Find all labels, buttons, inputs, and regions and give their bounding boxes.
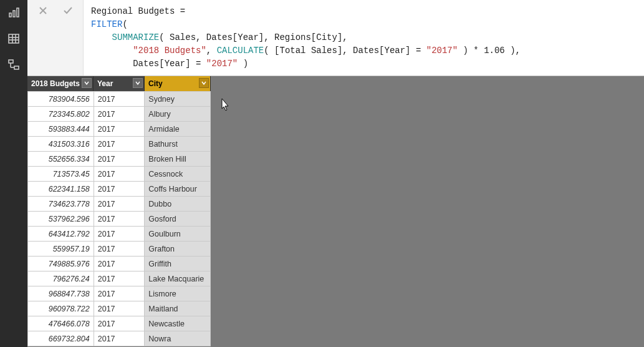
cell-year[interactable]: 2017 — [94, 107, 145, 122]
col-header-budget[interactable]: 2018 Budgets — [27, 76, 94, 91]
table-row[interactable]: 431503.3162017Bathurst — [28, 137, 211, 152]
cell-budget[interactable]: 552656.334 — [28, 152, 94, 167]
table-row[interactable]: 968847.7382017Lismore — [28, 286, 211, 301]
dax-l3-indent — [91, 32, 112, 42]
table-row[interactable]: 960978.7222017Maitland — [28, 301, 211, 316]
cell-city[interactable]: Gosford — [145, 212, 211, 227]
table-row[interactable]: 723345.8022017Albury — [28, 107, 211, 122]
cell-year[interactable]: 2017 — [94, 167, 145, 182]
cell-city[interactable]: Bathurst — [145, 137, 211, 152]
dax-l5-tail: ) — [238, 59, 248, 69]
data-grid-area: 2018 Budgets Year City — [27, 76, 644, 347]
dax-editor[interactable]: Regional Budgets = FILTER( SUMMARIZE( Sa… — [84, 0, 644, 76]
table-row[interactable]: 713573.452017Cessnock — [28, 167, 211, 182]
cell-budget[interactable]: 783904.556 — [28, 92, 94, 107]
cell-city[interactable]: Dubbo — [145, 197, 211, 212]
cell-city[interactable]: Armidale — [145, 122, 211, 137]
cell-budget[interactable]: 749885.976 — [28, 257, 94, 271]
cell-budget[interactable]: 968847.738 — [28, 286, 94, 301]
cell-city[interactable]: Nowra — [145, 331, 211, 346]
cell-city[interactable]: Maitland — [145, 301, 211, 316]
col-header-budget-label: 2018 Budgets — [31, 79, 80, 88]
col-header-city-label: City — [148, 79, 163, 88]
cell-city[interactable]: Cessnock — [145, 167, 211, 182]
dax-l4-str2: "2017" — [426, 46, 458, 56]
cell-year[interactable]: 2017 — [94, 271, 145, 286]
report-icon[interactable] — [5, 4, 22, 21]
cell-year[interactable]: 2017 — [94, 92, 145, 107]
svg-rect-9 — [14, 66, 19, 69]
cell-budget[interactable]: 734623.778 — [28, 197, 94, 212]
cell-year[interactable]: 2017 — [94, 212, 145, 227]
col-header-city[interactable]: City — [145, 76, 211, 91]
cell-city[interactable]: Lake Macquarie — [145, 271, 211, 286]
filter-dropdown-icon[interactable] — [199, 78, 209, 88]
dax-l5-pre: Dates[Year] = — [133, 59, 206, 69]
cell-budget[interactable]: 713573.45 — [28, 167, 94, 182]
table-row[interactable]: 749885.9762017Griffith — [28, 257, 211, 271]
cell-year[interactable]: 2017 — [94, 152, 145, 167]
svg-rect-2 — [17, 8, 19, 17]
dax-filter-kw: FILTER — [91, 19, 122, 29]
filter-dropdown-icon[interactable] — [133, 78, 143, 88]
cell-year[interactable]: 2017 — [94, 227, 145, 242]
cell-city[interactable]: Newcastle — [145, 316, 211, 331]
table-row[interactable]: 643412.7922017Goulburn — [28, 227, 211, 242]
col-header-year-label: Year — [97, 79, 113, 88]
cell-budget[interactable]: 723345.802 — [28, 107, 94, 122]
cell-budget[interactable]: 593883.444 — [28, 122, 94, 137]
cell-year[interactable]: 2017 — [94, 197, 145, 212]
data-icon[interactable] — [5, 30, 22, 47]
formula-controls — [27, 0, 84, 76]
cell-year[interactable]: 2017 — [94, 122, 145, 137]
cell-budget[interactable]: 643412.792 — [28, 227, 94, 242]
cell-year[interactable]: 2017 — [94, 182, 145, 197]
model-icon[interactable] — [5, 56, 22, 74]
cell-year[interactable]: 2017 — [94, 316, 145, 331]
dax-l4-tail: ) * 1.06 ), — [458, 46, 521, 56]
cell-city[interactable]: Sydney — [145, 92, 211, 107]
dax-eq: = — [175, 6, 185, 16]
cell-city[interactable]: Goulburn — [145, 227, 211, 242]
cell-year[interactable]: 2017 — [94, 331, 145, 346]
cell-city[interactable]: Griffith — [145, 257, 211, 271]
dax-summarize-kw: SUMMARIZE — [112, 32, 160, 42]
table-row[interactable]: 476466.0782017Newcastle — [28, 316, 211, 331]
svg-rect-0 — [9, 13, 11, 17]
cell-city[interactable]: Grafton — [145, 242, 211, 257]
cell-budget[interactable]: 476466.078 — [28, 316, 94, 331]
table-row[interactable]: 593883.4442017Armidale — [28, 122, 211, 137]
table-row[interactable]: 734623.7782017Dubbo — [28, 197, 211, 212]
formula-bar: Regional Budgets = FILTER( SUMMARIZE( Sa… — [27, 0, 644, 76]
col-header-year[interactable]: Year — [94, 76, 145, 91]
svg-rect-3 — [9, 34, 19, 43]
dax-line1-name: Regional Budgets — [91, 6, 175, 16]
table-row[interactable]: 559957.192017Grafton — [28, 242, 211, 257]
cell-year[interactable]: 2017 — [94, 242, 145, 257]
cell-budget[interactable]: 537962.296 — [28, 212, 94, 227]
filter-dropdown-icon[interactable] — [82, 78, 92, 88]
cell-year[interactable]: 2017 — [94, 301, 145, 316]
commit-formula-button[interactable] — [61, 4, 75, 17]
cell-city[interactable]: Albury — [145, 107, 211, 122]
cell-year[interactable]: 2017 — [94, 137, 145, 152]
cell-city[interactable]: Lismore — [145, 286, 211, 301]
cell-city[interactable]: Coffs Harbour — [145, 182, 211, 197]
cell-budget[interactable]: 960978.722 — [28, 301, 94, 316]
cell-budget[interactable]: 431503.316 — [28, 137, 94, 152]
cell-budget[interactable]: 669732.804 — [28, 331, 94, 346]
cell-year[interactable]: 2017 — [94, 257, 145, 271]
table-row[interactable]: 552656.3342017Broken Hill — [28, 152, 211, 167]
cell-budget[interactable]: 559957.19 — [28, 242, 94, 257]
cancel-formula-button[interactable] — [36, 4, 50, 17]
table-row[interactable]: 537962.2962017Gosford — [28, 212, 211, 227]
table-row[interactable]: 669732.8042017Nowra — [28, 331, 211, 346]
cell-budget[interactable]: 796276.24 — [28, 271, 94, 286]
cell-budget[interactable]: 622341.158 — [28, 182, 94, 197]
table-row[interactable]: 796276.242017Lake Macquarie — [28, 271, 211, 286]
dax-l4-mid: , — [206, 46, 217, 56]
cell-city[interactable]: Broken Hill — [145, 152, 211, 167]
table-row[interactable]: 622341.1582017Coffs Harbour — [28, 182, 211, 197]
table-row[interactable]: 783904.5562017Sydney — [28, 92, 211, 107]
cell-year[interactable]: 2017 — [94, 286, 145, 301]
